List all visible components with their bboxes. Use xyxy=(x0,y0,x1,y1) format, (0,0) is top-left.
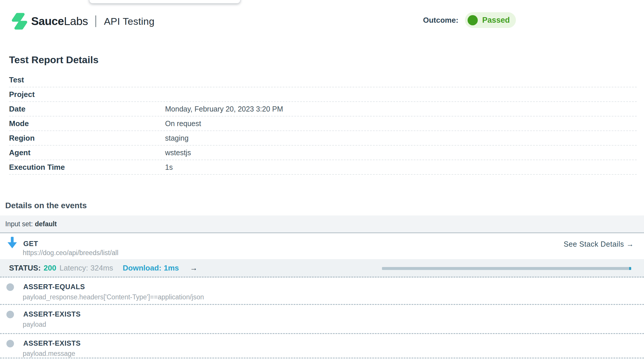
row-value: 1s xyxy=(165,163,173,172)
request-method: GET xyxy=(23,240,38,248)
row-value: wstestjs xyxy=(165,149,191,157)
row-value: On request xyxy=(165,119,201,128)
table-row: Date Monday, February 20, 2023 3:20 PM xyxy=(9,102,637,116)
status-bar: STATUS: 200 Latency: 324ms Download: 1ms… xyxy=(0,259,644,278)
brand-divider xyxy=(95,15,96,27)
assertion-row: ASSERT-EQUALS payload_response.headers['… xyxy=(0,278,644,305)
row-label: Region xyxy=(9,134,165,143)
assertion-expression: payload_response.headers['Content-Type']… xyxy=(23,293,204,301)
row-label: Execution Time xyxy=(9,163,165,172)
status-badge: Passed xyxy=(465,12,516,28)
table-row: Project xyxy=(9,87,637,102)
assertion-row: ASSERT-EXISTS payload xyxy=(0,305,644,334)
status-badge-text: Passed xyxy=(482,16,510,25)
timing-progress-bar xyxy=(382,267,631,270)
saucelabs-spark-icon xyxy=(12,13,27,30)
report-details-table: Test Project Date Monday, February 20, 2… xyxy=(9,73,637,175)
input-set-label: Input set: xyxy=(5,220,33,228)
assertion-dot-icon xyxy=(6,340,14,347)
brand-name-light: Labs xyxy=(64,15,88,27)
assertion-dot-icon xyxy=(6,311,14,318)
input-set-value: default xyxy=(35,220,57,228)
outcome-label: Outcome: xyxy=(423,16,458,25)
see-stack-details-text: See Stack Details xyxy=(564,240,624,248)
brand-name: SauceLabs xyxy=(31,15,88,28)
request-url: https://dog.ceo/api/breeds/list/all xyxy=(23,249,118,257)
events-section-title: Details on the events xyxy=(5,201,87,210)
assertion-dot-icon xyxy=(6,283,14,291)
latency-value: 324ms xyxy=(91,264,113,273)
table-row: Test xyxy=(9,73,637,87)
table-row: Agent wstestjs xyxy=(9,146,637,160)
download-link-value[interactable]: 1ms xyxy=(164,264,179,273)
row-label: Date xyxy=(9,105,165,114)
product-name: API Testing xyxy=(104,16,155,27)
download-link-label[interactable]: Download: xyxy=(123,264,162,273)
page-title: Test Report Details xyxy=(9,54,98,66)
row-value: staging xyxy=(165,134,189,142)
assertion-type: ASSERT-EXISTS xyxy=(23,339,81,347)
row-label: Project xyxy=(9,90,165,99)
brand-name-bold: Sauce xyxy=(31,15,64,27)
timing-progress-bar-download-segment xyxy=(629,267,631,270)
row-label: Mode xyxy=(9,119,165,128)
assertion-expression: payload xyxy=(23,321,46,328)
row-value: Monday, February 20, 2023 3:20 PM xyxy=(165,105,283,113)
assertion-expression: payload.message xyxy=(23,350,75,358)
assertion-type: ASSERT-EQUALS xyxy=(23,283,85,291)
table-row: Execution Time 1s xyxy=(9,160,637,175)
brand: SauceLabs API Testing xyxy=(12,12,155,30)
see-stack-details-link[interactable]: See Stack Details→ xyxy=(564,240,634,248)
row-label: Test xyxy=(9,75,165,84)
outcome-group: Outcome: Passed xyxy=(423,12,516,28)
latency-label: Latency: xyxy=(59,264,88,273)
table-row: Region staging xyxy=(9,131,637,146)
tooltip-remnant xyxy=(89,0,240,3)
assertion-type: ASSERT-EXISTS xyxy=(23,310,81,318)
status-label: STATUS: xyxy=(9,264,41,273)
status-code: 200 xyxy=(44,264,56,273)
request-event-row: GET https://dog.ceo/api/breeds/list/all … xyxy=(0,233,644,259)
download-arrow-icon xyxy=(8,237,17,249)
expand-arrow-icon[interactable]: → xyxy=(190,264,197,273)
assertion-row: ASSERT-EXISTS payload.message xyxy=(0,334,644,358)
right-arrow-icon: → xyxy=(626,240,634,248)
input-set-bar: Input set: default xyxy=(0,215,644,233)
passed-dot-icon xyxy=(468,15,478,25)
table-row: Mode On request xyxy=(9,116,637,131)
assertions-list: ASSERT-EQUALS payload_response.headers['… xyxy=(0,278,644,358)
row-label: Agent xyxy=(9,148,165,157)
